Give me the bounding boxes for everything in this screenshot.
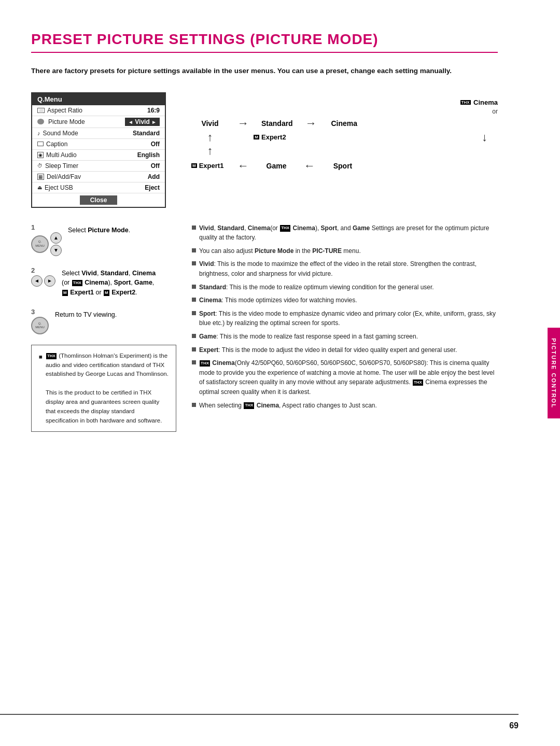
- bullet-9-text: THX Cinema(Only 42/50PQ60, 50/60PS60, 50…: [199, 358, 498, 397]
- mode-sport: Sport: [319, 159, 366, 173]
- arrow-sport-game: ←: [304, 159, 315, 173]
- arrow-game-expert1: ←: [237, 159, 249, 173]
- arrow-up-vivid: ↑: [187, 131, 233, 144]
- bullet-1-icon: [192, 226, 196, 230]
- qmenu-label-picture: Picture Mode: [37, 118, 85, 125]
- bullet-5: Cinema: This mode optimizes video for wa…: [192, 295, 498, 305]
- bullets-section: Vivid, Standard, Cinema(or THX Cinema), …: [192, 223, 498, 432]
- step-1-number: 1: [31, 223, 35, 231]
- qmenu-label-deladd: ▦ Del/Add/Fav: [37, 173, 81, 180]
- bullet-4-text: Standard: This is the mode to realize op…: [199, 283, 498, 292]
- diagram-area: Q.Menu ⬜ Aspect Ratio 16:9 Picture Mode …: [31, 92, 498, 208]
- step-1-icon: 1 Q.MENU ▲ ▼: [31, 223, 62, 256]
- arrow-left-icon: ◄: [128, 119, 133, 125]
- bullet-3: Vivid: This is the mode to maximize the …: [192, 259, 498, 278]
- del-add-icon: ▦: [37, 174, 44, 180]
- bullet-4: Standard: This is the mode to realize op…: [192, 283, 498, 292]
- thx-cinema-top: THX Cinema: [187, 97, 498, 107]
- mode-flow: THX Cinema or Vivid → Standard → Cinema …: [187, 92, 498, 173]
- step-2-nav-btns: ◄ ►: [31, 275, 55, 287]
- qmenu-label-caption: Caption: [37, 140, 67, 148]
- mode-standard: Standard: [253, 116, 301, 131]
- step-2-text: Select Vivid, Standard, Cinema (or THX C…: [62, 266, 156, 298]
- qmenu-label-sound: ♪ Sound Mode: [37, 130, 78, 137]
- bullet-1: Vivid, Standard, Cinema(or THX Cinema), …: [192, 223, 498, 243]
- step-1-down-btn: ▼: [50, 245, 62, 256]
- bullet-6-icon: [192, 311, 196, 315]
- step-2-icon: 2 ◄ ►: [31, 266, 55, 287]
- notes-text: THX (Thomlinson Holman's Experiment) is …: [46, 351, 169, 426]
- step-1-qmenu-label: Q.MENU: [35, 240, 45, 247]
- step-3-icon: 3 Q.MENU: [31, 308, 49, 334]
- steps-left: 1 Q.MENU ▲ ▼ Select Picture Mode.: [31, 223, 176, 432]
- step-2: 2 ◄ ► Select Vivid, Standard, Cinema (or…: [31, 266, 176, 298]
- bullet-10: When selecting THX Cinema, Aspect ratio …: [192, 401, 498, 411]
- qmenu-value-caption: Off: [151, 140, 160, 148]
- qmenu-value-deladd: Add: [148, 173, 160, 180]
- bullet-10-text: When selecting THX Cinema, Aspect ratio …: [199, 401, 498, 411]
- notes-box: ■ THX (Thomlinson Holman's Experiment) i…: [31, 345, 176, 432]
- bullet-6: Sport: This is the video mode to emphasi…: [192, 309, 498, 328]
- bullet-9: THX Cinema(Only 42/50PQ60, 50/60PS60, 50…: [192, 358, 498, 397]
- qmenu-value-aspect: 16:9: [147, 107, 160, 114]
- step-1-up-btn: ▲: [50, 232, 62, 244]
- bullet-5-icon: [192, 298, 196, 302]
- qmenu-value-picture: ◄ Vivid ►: [125, 118, 160, 126]
- bullet-3-text: Vivid: This is the mode to maximize the …: [199, 259, 498, 278]
- qmenu-box: Q.Menu ⬜ Aspect Ratio 16:9 Picture Mode …: [31, 92, 166, 208]
- bullet-9-icon: [192, 360, 196, 364]
- qmenu-label-eject: ⏏ Eject USB: [37, 184, 73, 191]
- thx-badge-top: THX: [460, 100, 471, 105]
- qmenu-value-eject: Eject: [145, 184, 160, 191]
- bullet-2-icon: [192, 248, 196, 252]
- qmenu-row-sleep: ⏱ Sleep Timer Off: [32, 161, 165, 172]
- qmenu-value-sound: Standard: [133, 130, 160, 137]
- flow-middle: ↑ M Expert2 ↓: [187, 131, 498, 144]
- steps-area: 1 Q.MENU ▲ ▼ Select Picture Mode.: [31, 223, 498, 432]
- step-1-text: Select Picture Mode.: [68, 223, 130, 235]
- mode-vivid: Vivid: [187, 116, 233, 131]
- or-label: or: [187, 108, 498, 115]
- qmenu-row-eject: ⏏ Eject USB Eject: [32, 182, 165, 193]
- arrow-right-icon: ►: [151, 119, 157, 125]
- flow-row-1: Vivid → Standard → Cinema: [187, 116, 498, 131]
- bullet-7-icon: [192, 334, 196, 338]
- sleep-timer-icon: ⏱: [37, 163, 43, 168]
- arrow-vivid-standard: →: [237, 117, 249, 130]
- qmenu-row-picture: Picture Mode ◄ Vivid ►: [32, 116, 165, 128]
- step-3: 3 Q.MENU Return to TV viewing.: [31, 308, 176, 334]
- bullet-1-text: Vivid, Standard, Cinema(or THX Cinema), …: [199, 223, 498, 243]
- aspect-ratio-icon: ⬜: [37, 108, 45, 113]
- qmenu-label-multi: ◉ Multi Audio: [37, 151, 77, 159]
- expert1-box: M Expert1: [187, 160, 233, 172]
- step-2-left-btn: ◄: [31, 275, 43, 287]
- flow-up-row: ↑: [187, 144, 498, 158]
- qmenu-close-btn[interactable]: Close: [32, 193, 165, 207]
- sound-mode-icon: ♪: [37, 130, 40, 136]
- flow-row-2: M Expert1 ← Game ← Sport: [187, 159, 498, 173]
- bottom-divider: [0, 714, 519, 715]
- mode-game: Game: [253, 159, 300, 173]
- qmenu-row-multi-audio: ◉ Multi Audio English: [32, 150, 165, 161]
- qmenu-row-deladd: ▦ Del/Add/Fav Add: [32, 172, 165, 182]
- thx-cinema-label: Cinema: [473, 98, 498, 106]
- bullet-4-icon: [192, 285, 196, 289]
- intro-text: There are factory presets for picture se…: [31, 65, 498, 77]
- side-tab: PICTURE CONTROL: [548, 328, 560, 419]
- bullet-5-text: Cinema: This mode optimizes video for wa…: [199, 295, 498, 305]
- step-3-qmenu-label: Q.MENU: [35, 322, 45, 329]
- step-1-qmenu-btn: Q.MENU: [31, 235, 49, 253]
- step-3-text: Return to TV viewing.: [55, 308, 117, 320]
- step-1-nav-btns: ▲ ▼: [50, 232, 62, 256]
- qmenu-row-sound: ♪ Sound Mode Standard: [32, 128, 165, 139]
- bullet-3-icon: [192, 261, 196, 265]
- page-title: PRESET PICTURE SETTINGS (PICTURE MODE): [31, 31, 498, 53]
- arrow-down-cinema: ↓: [347, 131, 487, 144]
- qmenu-value-multi: English: [137, 151, 160, 159]
- expert1-badge: M: [191, 163, 197, 168]
- step-3-qmenu-btn: Q.MENU: [31, 317, 49, 334]
- bullet-2-text: You can also adjust Picture Mode in the …: [199, 246, 498, 256]
- qmenu-row-caption: Caption Off: [32, 139, 165, 150]
- caption-icon: [37, 142, 44, 146]
- bullet-7: Game: This is the mode to realize fast r…: [192, 332, 498, 342]
